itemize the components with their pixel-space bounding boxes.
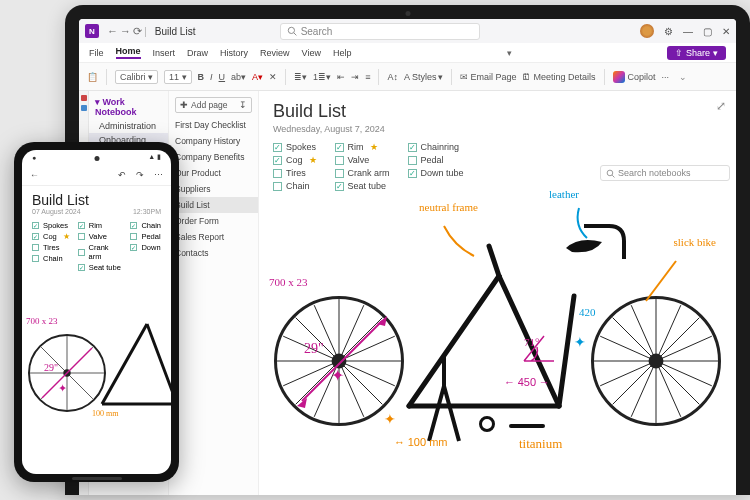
indent-button[interactable]: ⇥ — [351, 72, 359, 82]
undo-icon[interactable]: ↶ — [118, 170, 126, 180]
tab-file[interactable]: File — [89, 48, 104, 58]
minimize-icon[interactable]: — — [683, 26, 693, 37]
close-icon[interactable]: ✕ — [722, 26, 730, 37]
checkbox-icon[interactable] — [130, 244, 137, 251]
settings-icon[interactable]: ⚙ — [664, 26, 673, 37]
align-button[interactable]: ≡ — [365, 72, 370, 82]
user-avatar[interactable] — [640, 24, 654, 38]
numbering-button[interactable]: 1≣▾ — [313, 72, 331, 82]
checkbox-icon[interactable] — [273, 143, 282, 152]
checkbox-icon[interactable] — [32, 222, 39, 229]
page-item[interactable]: Suppliers — [169, 181, 258, 197]
page-item[interactable]: First Day Checklist — [169, 117, 258, 133]
checkbox-icon[interactable] — [78, 233, 85, 240]
checkbox-icon[interactable] — [78, 264, 85, 271]
tab-history[interactable]: History — [220, 48, 248, 58]
redo-icon[interactable]: ↷ — [136, 170, 144, 180]
tab-view[interactable]: View — [302, 48, 321, 58]
section-color-swatch[interactable] — [81, 105, 87, 111]
checkbox-icon[interactable] — [335, 156, 344, 165]
checkbox-icon[interactable] — [408, 143, 417, 152]
bold-button[interactable]: B — [198, 72, 205, 82]
checklist-item[interactable]: Pedal — [130, 232, 161, 241]
checklist-label: Valve — [89, 232, 107, 241]
checklist-item[interactable]: Tires — [32, 243, 70, 252]
checklist-item[interactable]: Down — [130, 243, 161, 252]
ribbon-chevron-icon[interactable]: ⌄ — [679, 72, 687, 82]
note-canvas[interactable]: ⤢ Build List Wednesday, August 7, 2024 S… — [259, 91, 736, 495]
checkbox-icon[interactable] — [130, 233, 137, 240]
font-family-select[interactable]: Calibri ▾ — [115, 70, 158, 84]
checklist-item[interactable]: Chain — [130, 221, 161, 230]
tab-home[interactable]: Home — [116, 46, 141, 59]
checklist-item[interactable]: Pedal — [408, 155, 464, 165]
checklist-item[interactable]: Chain — [32, 254, 70, 263]
sync-icon[interactable]: ⟳ — [133, 25, 142, 38]
overflow-icon[interactable]: ▾ — [507, 48, 512, 58]
checklist-item[interactable]: Rim★ — [335, 142, 390, 152]
app-icon[interactable]: N — [85, 24, 99, 38]
tab-help[interactable]: Help — [333, 48, 352, 58]
clear-format-button[interactable]: ✕ — [269, 72, 277, 82]
page-item[interactable]: Sales Report — [169, 229, 258, 245]
checkbox-icon[interactable] — [78, 249, 85, 256]
page-item[interactable]: Company Benefits — [169, 149, 258, 165]
font-color-button[interactable]: A▾ — [252, 72, 263, 82]
checklist-label: Crank arm — [89, 243, 123, 261]
page-item[interactable]: Build List — [169, 197, 258, 213]
checkbox-icon[interactable] — [408, 156, 417, 165]
checkbox-icon[interactable] — [335, 143, 344, 152]
page-item[interactable]: Company History — [169, 133, 258, 149]
styles-button[interactable]: A Styles▾ — [404, 72, 444, 82]
checklist-item[interactable]: Valve — [335, 155, 390, 165]
bullets-button[interactable]: ≣▾ — [294, 72, 307, 82]
copilot-button[interactable]: Copilot — [613, 71, 656, 83]
more-button[interactable]: ··· — [662, 72, 670, 82]
share-button[interactable]: ⇧ Share ▾ — [667, 46, 726, 60]
checklist-item[interactable]: Crank arm — [78, 243, 123, 261]
checkbox-icon[interactable] — [32, 255, 39, 262]
forward-icon[interactable]: → — [120, 25, 131, 38]
page-item[interactable]: Order Form — [169, 213, 258, 229]
checklist-item[interactable]: Valve — [78, 232, 123, 241]
tab-insert[interactable]: Insert — [153, 48, 176, 58]
paste-icon[interactable]: 📋 — [87, 72, 98, 82]
checklist-item[interactable]: Rim — [78, 221, 123, 230]
outdent-button[interactable]: ⇤ — [337, 72, 345, 82]
section-administration[interactable]: Administration — [89, 119, 168, 133]
add-page-button[interactable]: ✚ Add page↧ — [175, 97, 252, 113]
search-icon — [606, 169, 615, 178]
italic-button[interactable]: I — [210, 72, 213, 82]
checkbox-icon[interactable] — [78, 222, 85, 229]
tab-draw[interactable]: Draw — [187, 48, 208, 58]
underline-button[interactable]: U — [219, 72, 226, 82]
tab-review[interactable]: Review — [260, 48, 290, 58]
ink-star-icon: ✦ — [384, 411, 396, 428]
phone-menu-icon[interactable]: ⋯ — [154, 170, 163, 180]
section-color-swatch[interactable] — [81, 95, 87, 101]
checklist-item[interactable]: Spokes — [273, 142, 317, 152]
checklist-item[interactable]: Cog★ — [32, 232, 70, 241]
checklist-item[interactable]: Cog★ — [273, 155, 317, 165]
checklist-item[interactable]: Seat tube — [78, 263, 123, 272]
checklist-item[interactable]: Chainring — [408, 142, 464, 152]
highlight-button[interactable]: ab▾ — [231, 72, 246, 82]
back-icon[interactable]: ← — [30, 170, 39, 180]
checkbox-icon[interactable] — [130, 222, 137, 229]
heading-button[interactable]: A↕ — [387, 72, 398, 82]
search-input[interactable]: Search — [280, 23, 480, 40]
expand-icon[interactable]: ⤢ — [716, 99, 726, 113]
checkbox-icon[interactable] — [273, 156, 282, 165]
checkbox-icon[interactable] — [32, 244, 39, 251]
email-page-button[interactable]: ✉ Email Page — [460, 72, 516, 82]
meeting-details-button[interactable]: 🗓 Meeting Details — [522, 72, 595, 82]
checklist-item[interactable]: Spokes — [32, 221, 70, 230]
notebook-title[interactable]: ▾ Work Notebook — [89, 95, 168, 119]
maximize-icon[interactable]: ▢ — [703, 26, 712, 37]
back-icon[interactable]: ← — [107, 25, 118, 38]
page-item[interactable]: Our Product — [169, 165, 258, 181]
checkbox-icon[interactable] — [32, 233, 39, 240]
font-size-select[interactable]: 11 ▾ — [164, 70, 192, 84]
page-item[interactable]: Contacts — [169, 245, 258, 261]
search-notebooks-input[interactable]: Search notebooks — [600, 165, 730, 181]
